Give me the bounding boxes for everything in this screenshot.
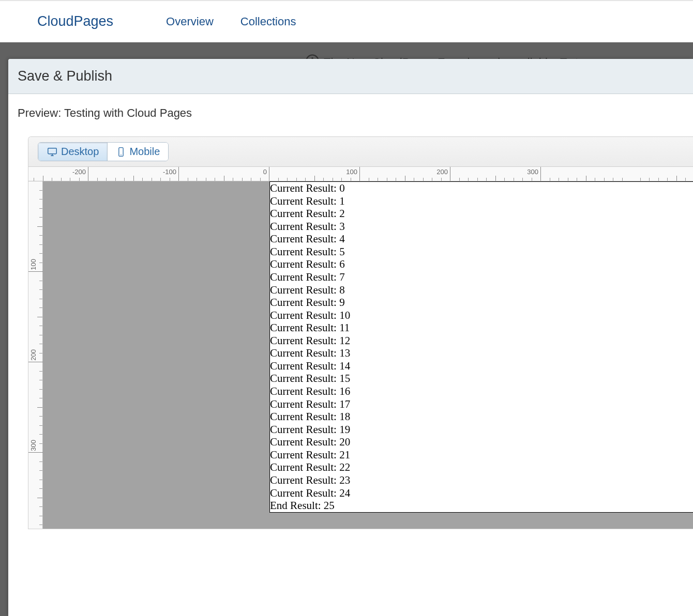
result-line: Current Result: 2 bbox=[270, 207, 693, 220]
end-result-line: End Result: 25 bbox=[270, 499, 693, 512]
top-nav: CloudPages Overview Collections bbox=[0, 0, 693, 42]
result-line: Current Result: 4 bbox=[270, 233, 693, 245]
result-line: Current Result: 18 bbox=[270, 410, 693, 423]
preview-panel: Desktop Mobile -200-1000100200300 100200… bbox=[28, 136, 693, 529]
result-line: Current Result: 20 bbox=[270, 436, 693, 449]
mobile-icon bbox=[116, 146, 126, 158]
result-line: Current Result: 10 bbox=[270, 309, 693, 322]
modal-backdrop: The New CloudPages Experience is availab… bbox=[0, 42, 693, 616]
result-line: Current Result: 13 bbox=[270, 347, 693, 360]
viewport-toggle: Desktop Mobile bbox=[38, 142, 169, 161]
result-line: Current Result: 0 bbox=[270, 182, 693, 195]
result-line: Current Result: 14 bbox=[270, 360, 693, 373]
tab-mobile[interactable]: Mobile bbox=[107, 143, 168, 161]
tab-mobile-label: Mobile bbox=[129, 146, 160, 158]
ruler-horizontal: -200-1000100200300 bbox=[28, 167, 693, 181]
result-line: Current Result: 22 bbox=[270, 461, 693, 474]
ruler-vertical: 100200300 bbox=[28, 181, 43, 529]
result-line: Current Result: 15 bbox=[270, 372, 693, 385]
result-line: Current Result: 17 bbox=[270, 398, 693, 411]
result-line: Current Result: 5 bbox=[270, 245, 693, 258]
result-line: Current Result: 23 bbox=[270, 474, 693, 487]
nav-collections[interactable]: Collections bbox=[240, 15, 296, 28]
preview-canvas[interactable]: Current Result: 0Current Result: 1Curren… bbox=[43, 181, 693, 529]
result-line: Current Result: 16 bbox=[270, 385, 693, 398]
modal-header: Save & Publish bbox=[8, 59, 693, 94]
tab-desktop[interactable]: Desktop bbox=[38, 143, 107, 161]
rendered-page: Current Result: 0Current Result: 1Curren… bbox=[269, 181, 693, 513]
result-line: Current Result: 12 bbox=[270, 334, 693, 347]
svg-rect-3 bbox=[48, 148, 57, 153]
result-line: Current Result: 8 bbox=[270, 284, 693, 297]
tab-desktop-label: Desktop bbox=[61, 146, 99, 158]
svg-point-5 bbox=[121, 155, 122, 156]
preview-toolbar: Desktop Mobile bbox=[28, 137, 693, 167]
publish-modal: Save & Publish Preview: Testing with Clo… bbox=[8, 59, 693, 616]
preview-label: Preview: Testing with Cloud Pages bbox=[8, 94, 693, 120]
nav-overview[interactable]: Overview bbox=[166, 15, 214, 28]
result-line: Current Result: 1 bbox=[270, 195, 693, 208]
result-line: Current Result: 11 bbox=[270, 321, 693, 334]
modal-title: Save & Publish bbox=[18, 68, 112, 84]
result-line: Current Result: 7 bbox=[270, 271, 693, 284]
result-line: Current Result: 19 bbox=[270, 423, 693, 436]
desktop-icon bbox=[47, 146, 58, 158]
result-line: Current Result: 24 bbox=[270, 487, 693, 500]
result-line: Current Result: 3 bbox=[270, 220, 693, 233]
result-line: Current Result: 6 bbox=[270, 258, 693, 271]
brand-label: CloudPages bbox=[37, 13, 113, 29]
result-line: Current Result: 9 bbox=[270, 296, 693, 309]
result-line: Current Result: 21 bbox=[270, 449, 693, 461]
